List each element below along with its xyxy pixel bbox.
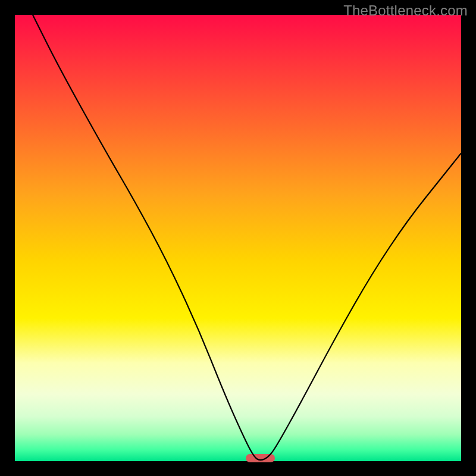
plot-area [15, 15, 461, 462]
curve-layer [15, 15, 461, 461]
watermark-text: TheBottleneck.com [343, 2, 468, 19]
chart-container: TheBottleneck.com [0, 0, 476, 476]
bottleneck-curve-path [33, 15, 461, 460]
